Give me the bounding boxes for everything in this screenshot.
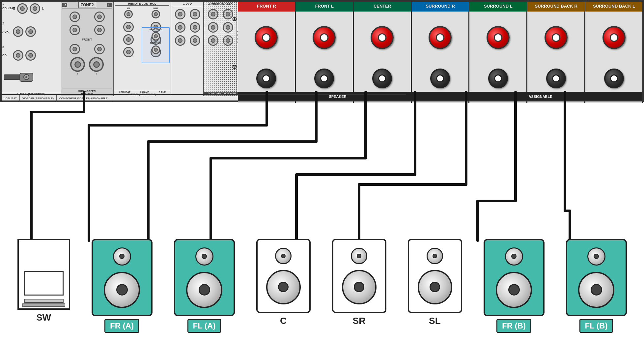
zone2-l-jack3[interactable] <box>94 44 105 54</box>
cblsat-l-jack[interactable] <box>30 3 40 14</box>
flb-label: FL (B) <box>579 319 613 333</box>
sw-bar-1 <box>24 299 64 303</box>
zone2-r-jack1[interactable] <box>70 12 80 22</box>
zone2-section: R ZONE2 L FRONT 1 <box>61 1 114 96</box>
front-r-positive[interactable] <box>255 26 278 49</box>
fra-tweeter <box>113 247 131 266</box>
sl-tweeter <box>427 248 443 264</box>
front-l-terminals <box>296 12 354 103</box>
sl-label: SL <box>429 316 441 326</box>
speaker-terminals-area <box>238 12 643 103</box>
dvd-jack5[interactable] <box>175 35 185 46</box>
sr-box <box>332 239 386 313</box>
zone2-r-jack2[interactable] <box>70 25 80 35</box>
dvd-jack1[interactable] <box>175 9 185 19</box>
surround-r-positive[interactable] <box>429 26 452 49</box>
zone2-l-label: L <box>107 3 112 7</box>
center-positive[interactable] <box>371 26 394 49</box>
c-woofer <box>266 270 301 304</box>
fla-label: FL (A) <box>187 319 221 333</box>
flb-speaker-item: FL (B) <box>566 239 627 333</box>
sl-woofer <box>418 270 452 304</box>
surround-back-r-negative[interactable] <box>546 69 566 88</box>
flb-box <box>566 239 627 316</box>
l-label-1: L <box>42 7 44 11</box>
center-negative[interactable] <box>372 69 392 88</box>
zone2-r-jack3[interactable] <box>70 44 80 54</box>
video-out-jack1[interactable] <box>152 32 160 41</box>
surround-l-terminals <box>469 12 527 103</box>
remote-in-jack[interactable] <box>124 10 133 18</box>
dvd-jack3[interactable] <box>175 22 185 33</box>
front-l-negative[interactable] <box>314 69 334 88</box>
aux-l-jack[interactable] <box>25 26 36 37</box>
video-in-r2[interactable] <box>123 34 134 45</box>
sw-speaker-item: SW <box>17 239 70 323</box>
cd-l-jack[interactable] <box>25 50 36 61</box>
zone2-l-jack1[interactable] <box>94 12 105 22</box>
sr-label: SR <box>353 316 366 326</box>
remote-out-jack[interactable] <box>152 10 160 18</box>
fra-label: FR (A) <box>104 319 139 333</box>
svg-point-3 <box>25 76 27 78</box>
surround-r-terminals <box>412 12 470 103</box>
sub-num-2: 2 <box>96 72 97 75</box>
video-in-r3[interactable] <box>123 47 134 57</box>
surround-l-positive[interactable] <box>487 26 510 49</box>
surround-l-tag: SURROUND L <box>469 1 527 12</box>
surround-back-l-negative[interactable] <box>604 69 624 88</box>
input-num-1: 1 <box>2 2 4 5</box>
cblsat-video-label: 1 CBL/SAT <box>119 91 130 93</box>
flb-tweeter <box>587 247 605 266</box>
surround-r-tag: SURROUND R <box>412 1 470 12</box>
cd-r-jack[interactable] <box>13 50 23 61</box>
sub-num-1: 1 <box>77 72 78 75</box>
surround-r-negative[interactable] <box>430 69 450 88</box>
front-r-negative[interactable] <box>256 69 276 88</box>
input-num-2: 2 <box>2 22 4 25</box>
speakers-row: SW FR (A) FL (A) <box>0 239 644 341</box>
surround-l-negative[interactable] <box>488 69 508 88</box>
subwoofer-label: SUBWOOFER <box>61 90 113 93</box>
fra-speaker-item: FR (A) <box>92 239 153 333</box>
aux-video-label: 3 AUX <box>159 91 166 93</box>
frb-box <box>484 239 545 316</box>
sw-label: SW <box>36 312 51 323</box>
frb-woofer <box>496 272 532 308</box>
monitor-jack[interactable] <box>152 45 160 54</box>
fra-box <box>92 239 153 316</box>
grille-area: COMPONENT VIDEO OUT <box>203 1 241 96</box>
cblsat-bottom-label: 1 CBL/SAT <box>1 95 20 101</box>
component-video-bottom-label: COMPONENT VIDEO IN (ASSIGNABLE) <box>57 95 111 101</box>
c-label: C <box>280 316 287 326</box>
zone2-l-jack2[interactable] <box>94 25 105 35</box>
dvd-jack2[interactable] <box>190 9 200 19</box>
cd-label: CD <box>2 54 13 57</box>
video-in-bottom-label: VIDEO IN (ASSIGNABLE) <box>20 95 57 101</box>
flb-woofer <box>578 272 614 308</box>
front-r-tag: FRONT R <box>238 1 296 12</box>
front-l-positive[interactable] <box>313 26 336 49</box>
aux-r-jack[interactable] <box>13 26 23 37</box>
panel-bottom-labels: 1 CBL/SAT VIDEO IN (ASSIGNABLE) COMPONEN… <box>1 94 406 101</box>
surround-back-l-positive[interactable] <box>602 26 626 49</box>
dvd-jack4[interactable] <box>190 22 200 33</box>
front-r-terminals <box>238 12 296 103</box>
sl-box <box>408 239 462 313</box>
sw-box <box>17 239 70 310</box>
sr-speaker-item: SR <box>332 239 386 326</box>
dvd-jack6[interactable] <box>190 35 200 46</box>
remote-in-label: IN <box>124 7 133 10</box>
cblsat-r-jack[interactable] <box>17 3 28 14</box>
frb-speaker-item: FR (B) <box>484 239 545 333</box>
surround-back-l-terminals <box>585 12 643 103</box>
sr-woofer <box>342 270 377 304</box>
speaker-section: FRONT R FRONT L CENTER SURROUND R SURROU… <box>238 1 643 103</box>
connector-plug <box>4 71 34 83</box>
surround-back-r-positive[interactable] <box>545 26 568 49</box>
svg-rect-0 <box>4 75 20 80</box>
remote-control-label: REMOTE CONTROL <box>115 2 169 6</box>
video-in-r1[interactable] <box>123 22 134 32</box>
plus-symbol: ⊕ <box>232 15 237 23</box>
fla-speaker-item: FL (A) <box>174 239 235 333</box>
